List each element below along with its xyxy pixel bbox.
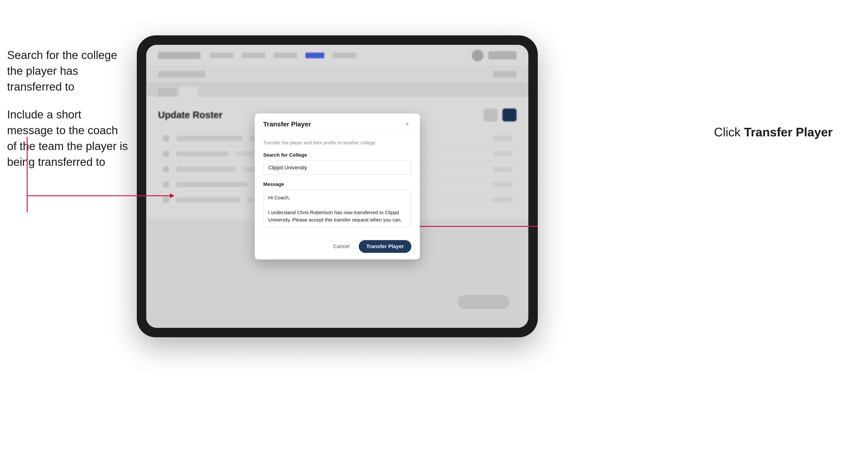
annotation-line1: Search for the college the player has tr… [7,47,130,95]
message-label: Message [263,181,411,187]
tablet-frame: Update Roster [137,35,538,337]
annotation-right-prefix: Click [714,125,744,139]
annotation-line2: Include a short message to the coach of … [7,106,130,170]
annotation-left: Search for the college the player has tr… [7,47,130,182]
transfer-player-modal: Transfer Player × Transfer the player an… [255,114,420,259]
message-textarea[interactable] [263,190,411,228]
modal-footer: Cancel Transfer Player [255,235,420,259]
modal-title: Transfer Player [263,121,311,128]
college-label: Search for College [263,152,411,158]
modal-subtitle: Transfer the player and their profile to… [263,140,411,146]
transfer-player-button[interactable]: Transfer Player [359,240,411,253]
modal-body: Transfer the player and their profile to… [255,133,420,235]
modal-header: Transfer Player × [255,114,420,133]
cancel-button[interactable]: Cancel [329,241,354,252]
tablet-screen: Update Roster [146,45,528,328]
college-search-input[interactable] [263,161,411,175]
annotation-right: Click Transfer Player [714,125,833,139]
modal-overlay: Transfer Player × Transfer the player an… [146,45,528,328]
modal-close-button[interactable]: × [403,120,411,129]
annotation-right-bold: Transfer Player [744,125,833,139]
